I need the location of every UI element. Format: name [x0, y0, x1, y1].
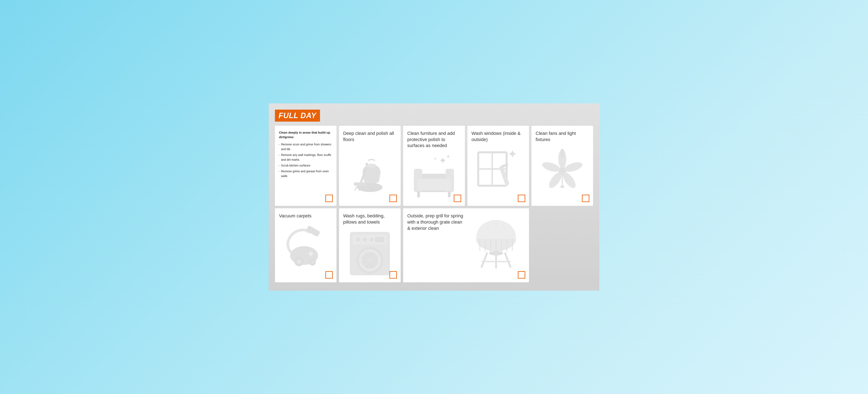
- svg-point-40: [369, 237, 373, 241]
- card-washer: Wash rugs, bedding, pillows and towels: [339, 208, 401, 282]
- washer-icon: [343, 225, 397, 279]
- card-floors: Deep clean and polish all floors: [339, 126, 401, 206]
- card-intro-heading: Clean deeply in areas that build up dirt…: [279, 130, 332, 140]
- card-washer-heading: Wash rugs, bedding, pillows and towels: [343, 213, 397, 225]
- svg-text:✦: ✦: [433, 156, 437, 161]
- svg-point-31: [297, 259, 301, 264]
- svg-rect-13: [448, 191, 451, 198]
- svg-rect-12: [417, 191, 420, 198]
- main-container: FULL DAY Clean deeply in areas that buil…: [269, 103, 599, 291]
- card-vacuum: Vacuum carpets: [275, 208, 337, 282]
- list-item: Remove any wall markings, floor scuffs a…: [279, 153, 332, 162]
- card-floors-heading: Deep clean and polish all floors: [343, 130, 397, 143]
- checkbox-vacuum[interactable]: [326, 271, 333, 279]
- checkbox-washer[interactable]: [390, 271, 397, 279]
- svg-point-35: [311, 261, 314, 264]
- svg-rect-26: [561, 149, 564, 157]
- fans-icon-area: [536, 143, 589, 202]
- floors-icon-area: [343, 143, 397, 202]
- svg-point-33: [309, 252, 313, 256]
- svg-point-2: [367, 163, 376, 168]
- furniture-icon: ✦ ✦ ✦: [407, 149, 461, 202]
- checkbox-furniture[interactable]: [454, 194, 461, 202]
- svg-rect-32: [306, 225, 320, 237]
- card-fans: Clean fans and light fixtures: [531, 126, 593, 206]
- svg-rect-41: [375, 237, 384, 242]
- svg-text:✦: ✦: [446, 153, 451, 160]
- checkbox-windows[interactable]: [518, 194, 525, 202]
- card-intro: Clean deeply in areas that build up dirt…: [275, 126, 337, 206]
- svg-point-38: [356, 237, 360, 241]
- svg-point-25: [541, 160, 561, 174]
- list-item: Scrub kitchen surfaces: [279, 163, 332, 168]
- card-grill: Outside, prep grill for spring with a th…: [403, 208, 529, 282]
- card-windows: Wash windows (inside & outside) ✦: [467, 126, 529, 206]
- list-item: Remove scum and grime from showers and t…: [279, 142, 332, 151]
- svg-rect-3: [354, 182, 367, 186]
- list-item: Remove grime and grease from oven walls: [279, 169, 332, 178]
- svg-point-22: [563, 160, 584, 174]
- page-title: FULL DAY: [275, 110, 320, 122]
- card-intro-list: Remove scum and grime from showers and t…: [279, 142, 332, 180]
- vacuum-icon: [279, 222, 332, 275]
- grill-icon: [467, 213, 525, 271]
- cards-grid: Clean deeply in areas that build up dirt…: [275, 126, 593, 282]
- card-furniture-heading: Clean furniture and add protective polis…: [407, 130, 461, 149]
- card-fans-heading: Clean fans and light fixtures: [536, 130, 589, 143]
- svg-point-28: [560, 185, 564, 188]
- windows-icon: ✦: [471, 146, 525, 199]
- svg-text:✦: ✦: [507, 147, 518, 161]
- fans-icon: [536, 146, 589, 199]
- washer-icon-area: [343, 225, 397, 279]
- card-vacuum-heading: Vacuum carpets: [279, 213, 332, 219]
- checkbox-grill[interactable]: [518, 271, 525, 279]
- grill-icon-area: [467, 213, 525, 271]
- checkbox-floors[interactable]: [390, 194, 397, 202]
- furniture-icon-area: ✦ ✦ ✦: [407, 149, 461, 202]
- svg-point-39: [363, 237, 367, 241]
- svg-rect-8: [417, 179, 451, 190]
- header: FULL DAY: [275, 110, 593, 122]
- checkbox-fans[interactable]: [582, 194, 589, 202]
- floors-icon: [343, 146, 397, 199]
- card-windows-heading: Wash windows (inside & outside): [471, 130, 525, 143]
- card-furniture: Clean furniture and add protective polis…: [403, 126, 465, 206]
- card-grill-heading: Outside, prep grill for spring with a th…: [407, 213, 465, 231]
- windows-icon-area: ✦: [471, 143, 525, 202]
- vacuum-icon-area: [279, 219, 332, 279]
- checkbox-intro[interactable]: [326, 194, 333, 202]
